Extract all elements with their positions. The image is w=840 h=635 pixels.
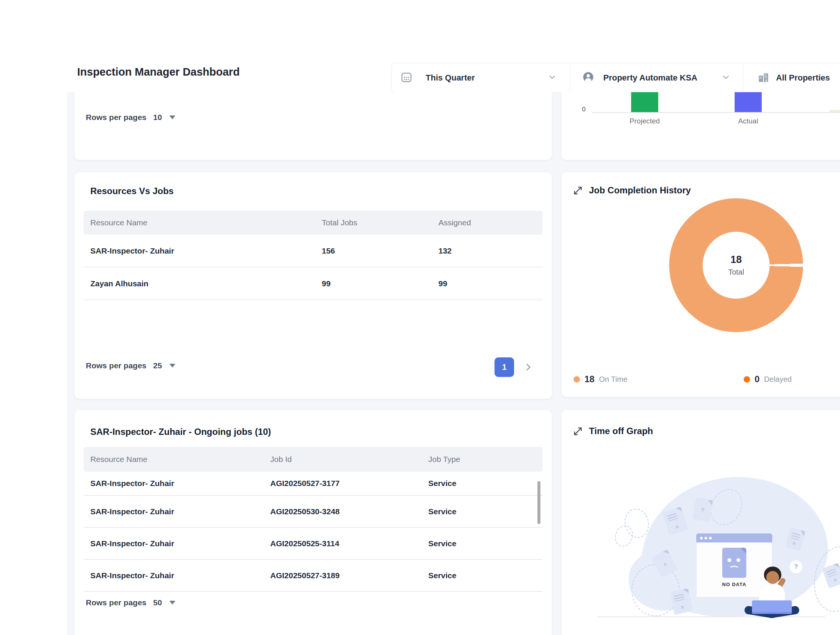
x-axis-line	[592, 112, 840, 113]
buildings-icon	[757, 71, 770, 85]
resource-name-cell: SAR-Inspector- Zuhair	[84, 246, 315, 255]
column-total-jobs: Total Jobs	[315, 218, 432, 227]
bar-label-actual: Actual	[718, 117, 778, 125]
caret-down-icon	[169, 364, 175, 367]
resources-vs-jobs-card: Resources Vs Jobs Resource Name Total Jo…	[74, 172, 552, 399]
column-resource-name: Resource Name	[84, 455, 264, 464]
table-row: SAR-Inspector- Zuhair AGI20250527-3177 S…	[84, 472, 543, 496]
legend-label: Delayed	[764, 375, 791, 384]
assigned-cell: 132	[432, 246, 543, 255]
card-title: Resources Vs Jobs	[90, 186, 174, 196]
rows-per-page-control[interactable]: Rows per pages 50	[86, 598, 175, 607]
no-data-illustration: × ? + × × × NO DATA ?	[562, 440, 840, 635]
donut-total-value: 18	[731, 254, 742, 266]
question-bubble-icon: ?	[789, 561, 802, 573]
time-off-graph-card: Time off Graph × ? + × × × N	[562, 410, 840, 635]
job-id-cell: AGI20250525-3114	[264, 539, 422, 548]
user-avatar-icon	[582, 71, 594, 85]
resource-name-cell: SAR-Inspector- Zuhair	[84, 479, 264, 488]
bar-projected	[631, 92, 658, 112]
properties-filter-dropdown[interactable]: All Properties	[743, 63, 840, 92]
browser-titlebar	[696, 533, 772, 542]
table-header: Resource Name Total Jobs Assigned	[84, 211, 543, 235]
caret-down-icon	[169, 601, 175, 605]
column-job-id: Job Id	[264, 455, 422, 464]
projection-chart-card: 0 Projected Actual	[562, 92, 840, 160]
calendar-icon	[400, 71, 413, 85]
table-scrollbar[interactable]	[537, 481, 540, 524]
column-assigned: Assigned	[432, 218, 543, 227]
expand-icon[interactable]	[573, 186, 583, 195]
sad-document-icon	[722, 548, 746, 578]
bar-label-projected: Projected	[614, 117, 675, 125]
rows-per-page-control[interactable]: Rows per pages 25	[86, 361, 175, 370]
total-jobs-cell: 99	[315, 279, 432, 288]
rows-per-page-label: Rows per pages	[86, 361, 147, 370]
assigned-cell: 99	[432, 279, 543, 288]
organization-filter-dropdown[interactable]: Property Automate KSA	[570, 63, 743, 92]
no-data-label: NO DATA	[722, 581, 746, 587]
period-filter-dropdown[interactable]: This Quarter	[392, 63, 570, 92]
dashboard-page: Inspection Manager Dashboard This Quarte…	[0, 0, 840, 635]
jobs-projection-table-card: Rows per pages 10	[74, 92, 552, 160]
column-resource-name: Resource Name	[84, 218, 315, 227]
job-id-cell: AGI20250527-3189	[264, 571, 422, 580]
table-header: Resource Name Job Id Job Type	[84, 447, 543, 472]
job-id-cell: AGI20250530-3248	[264, 507, 422, 516]
expand-icon[interactable]	[573, 426, 583, 436]
filter-bar: This Quarter Property Automate KSA	[392, 63, 840, 93]
table-row: SAR-Inspector- Zuhair AGI20250530-3248 S…	[84, 496, 543, 528]
resource-name-cell: SAR-Inspector- Zuhair	[84, 507, 264, 516]
rows-per-page-value[interactable]: 25	[153, 361, 162, 370]
card-title: Job Completion History	[589, 185, 691, 195]
legend-item-delayed: 0 Delayed	[744, 374, 792, 384]
properties-filter-value: All Properties	[776, 73, 830, 83]
chevron-down-icon	[722, 73, 730, 83]
job-completion-history-card: Job Completion History 18 Total 18 On Ti…	[562, 172, 840, 397]
column-job-type: Job Type	[422, 455, 543, 464]
laptop-icon	[752, 600, 792, 614]
donut-total-label: Total	[728, 268, 744, 276]
job-type-cell: Service	[422, 571, 543, 580]
table-row: Zayan Alhusain 99 99	[84, 268, 543, 300]
sitting-person-graphic: ?	[745, 565, 809, 619]
organization-filter-value: Property Automate KSA	[603, 73, 697, 83]
job-type-cell: Service	[422, 479, 543, 488]
legend-dot-delayed	[744, 376, 750, 383]
legend-item-on-time: 18 On Time	[573, 374, 627, 384]
rows-per-page-label: Rows per pages	[86, 113, 147, 122]
legend-value: 0	[755, 374, 759, 384]
rows-per-page-label: Rows per pages	[86, 598, 147, 607]
job-id-cell: AGI20250527-3177	[264, 479, 422, 488]
table-row: SAR-Inspector- Zuhair 156 132	[84, 235, 543, 268]
card-title: Time off Graph	[589, 426, 653, 436]
job-completion-donut-chart: 18 Total	[669, 198, 803, 332]
table-row: SAR-Inspector- Zuhair AGI20250527-3189 S…	[84, 560, 543, 592]
legend-dot-on-time	[573, 376, 580, 383]
job-type-cell: Service	[422, 539, 543, 548]
page-title: Inspection Manager Dashboard	[77, 66, 240, 78]
resource-name-cell: SAR-Inspector- Zuhair	[84, 571, 264, 580]
rows-per-page-value[interactable]: 10	[153, 113, 162, 122]
resource-name-cell: Zayan Alhusain	[84, 279, 315, 288]
table-row: SAR-Inspector- Zuhair AGI20250525-3114 S…	[84, 528, 543, 560]
legend-value: 18	[584, 374, 595, 384]
y-axis-tick-zero: 0	[576, 106, 586, 113]
rows-per-page-value[interactable]: 50	[153, 598, 162, 607]
resource-name-cell: SAR-Inspector- Zuhair	[84, 539, 264, 548]
bar-partial-cropped	[829, 110, 840, 112]
pagination-page-1-button[interactable]: 1	[494, 358, 514, 377]
chevron-down-icon	[548, 73, 556, 83]
card-title: SAR-Inspector- Zuhair - Ongoing jobs (10…	[90, 427, 271, 437]
ongoing-jobs-card: SAR-Inspector- Zuhair - Ongoing jobs (10…	[74, 410, 552, 635]
rows-per-page-control[interactable]: Rows per pages 10	[86, 113, 175, 122]
total-jobs-cell: 156	[315, 246, 432, 255]
period-filter-value: This Quarter	[426, 73, 475, 83]
caret-down-icon	[169, 115, 175, 119]
job-type-cell: Service	[422, 507, 543, 516]
bar-actual	[735, 92, 762, 112]
legend-label: On Time	[599, 375, 628, 384]
pagination-next-button[interactable]	[523, 362, 534, 372]
